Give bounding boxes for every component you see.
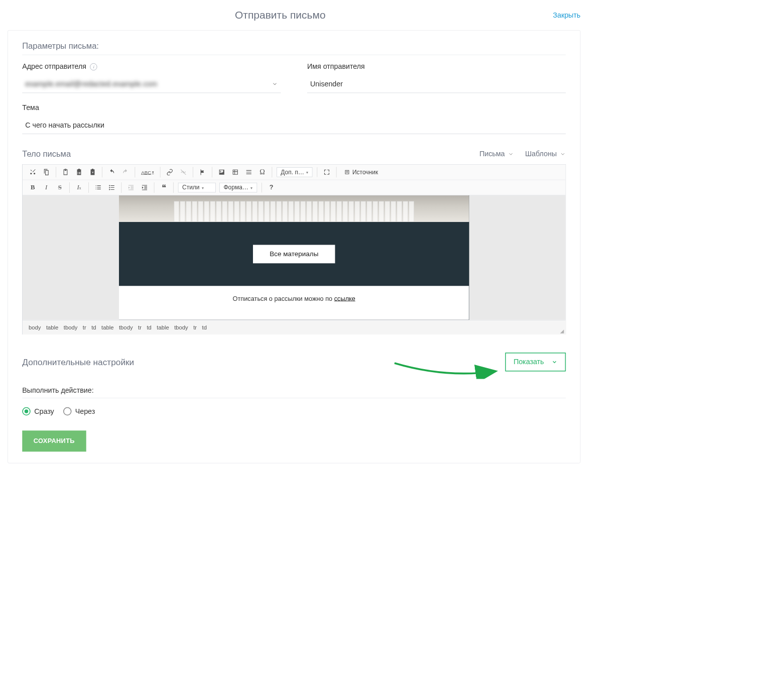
sender-address-label: Адрес отправителя i [22,63,281,71]
rich-text-editor: ABC▾ Ω Доп [22,164,566,334]
modal-header: Отправить письмо Закрыть [0,0,588,30]
subject-input[interactable]: С чего начать рассылки [22,115,566,134]
more-dropdown[interactable]: Доп. п…▾ [277,167,312,177]
outdent-icon[interactable] [126,182,136,193]
email-cta-button[interactable]: Все материалы [253,245,335,263]
special-char-icon[interactable]: Ω [257,167,268,177]
close-link[interactable]: Закрыть [553,11,581,20]
radio-icon [22,407,31,416]
radio-icon [63,407,72,416]
numbered-list-icon[interactable] [93,182,103,193]
divider [22,398,566,398]
editor-canvas[interactable]: Все материалы Отписаться о рассылки можн… [23,195,566,320]
paste-text-icon[interactable] [74,167,84,177]
modal-title: Отправить письмо [8,9,553,21]
subject-label: Тема [22,103,566,112]
blockquote-icon[interactable]: ❝ [159,182,169,193]
bold-icon[interactable]: B [28,182,38,193]
templates-dropdown[interactable]: Шаблоны [525,150,566,159]
email-hero-image [119,195,469,222]
section-params-title: Параметры письма: [22,41,566,51]
format-select[interactable]: Форма…▾ [219,183,257,193]
table-icon[interactable] [230,167,240,177]
radio-now[interactable]: Сразу [22,407,54,416]
annotation-arrow-icon [393,360,498,379]
cut-icon[interactable] [28,167,38,177]
maximize-icon[interactable] [322,167,332,177]
radio-after[interactable]: Через [63,407,95,416]
italic-icon[interactable]: I [42,182,52,193]
svg-point-0 [109,185,110,186]
show-extra-button[interactable]: Показать [505,353,566,372]
email-cta-band: Все материалы [119,222,469,286]
sender-name-label: Имя отправителя [307,63,566,71]
svg-point-2 [109,189,110,190]
strikethrough-icon[interactable]: S [55,182,65,193]
paste-icon[interactable] [61,167,71,177]
svg-point-1 [109,187,110,188]
flag-icon[interactable] [198,167,208,177]
resize-handle-icon[interactable] [560,329,564,333]
sender-address-select[interactable]: example.email@redacted.example.com [22,74,281,93]
link-icon[interactable] [165,167,175,177]
chevron-down-icon [272,81,278,87]
save-button[interactable]: СОХРАНИТЬ [22,430,86,452]
modal-card: Параметры письма: Адрес отправителя i ex… [8,30,581,464]
styles-select[interactable]: Стили▾ [178,183,216,193]
unsubscribe-link[interactable]: ссылке [334,295,355,302]
spellcheck-icon[interactable]: ABC▾ [140,167,155,177]
extra-settings-title: Дополнительные настройки [22,357,134,367]
bulleted-list-icon[interactable] [107,182,117,193]
hr-icon[interactable] [244,167,254,177]
paste-word-icon[interactable] [88,167,98,177]
undo-icon[interactable] [107,167,117,177]
letters-dropdown[interactable]: Письма [479,150,513,159]
chevron-down-icon [560,151,566,157]
email-unsubscribe: Отписаться о рассылки можно по ссылке [119,286,469,311]
image-icon[interactable] [217,167,227,177]
copy-icon[interactable] [42,167,52,177]
indent-icon[interactable] [140,182,150,193]
chevron-down-icon [508,151,514,157]
help-icon[interactable]: ? [267,182,277,193]
divider [22,55,566,55]
action-label: Выполнить действие: [22,387,566,395]
info-icon[interactable]: i [90,63,97,70]
element-path-bar[interactable]: bodytabletbodytrtdtabletbodytrtdtabletbo… [23,320,566,334]
unlink-icon[interactable] [178,167,188,177]
redo-icon[interactable] [120,167,130,177]
source-button[interactable]: Источник [341,167,381,177]
remove-format-icon[interactable]: Ix [74,182,84,193]
chevron-down-icon [552,359,558,365]
sender-name-input[interactable]: Unisender [307,74,566,93]
body-label: Тело письма [22,149,71,159]
